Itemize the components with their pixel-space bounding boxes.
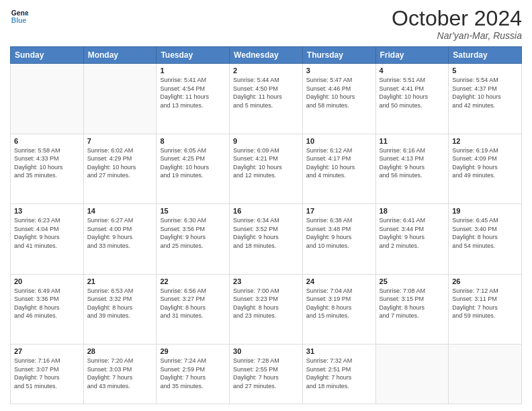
- day-number: 1: [160, 66, 226, 75]
- day-number: 16: [233, 207, 299, 215]
- table-row: 18Sunrise: 6:41 AM Sunset: 3:44 PM Dayli…: [375, 204, 449, 274]
- table-row: [83, 64, 157, 134]
- day-number: 4: [380, 66, 445, 75]
- table-row: 27Sunrise: 7:16 AM Sunset: 3:07 PM Dayli…: [11, 344, 84, 404]
- table-row: 22Sunrise: 6:56 AM Sunset: 3:27 PM Dayli…: [157, 274, 230, 344]
- day-info: Sunrise: 7:00 AM Sunset: 3:23 PM Dayligh…: [233, 287, 299, 320]
- day-info: Sunrise: 5:41 AM Sunset: 4:54 PM Dayligh…: [160, 76, 226, 109]
- logo: General Blue: [10, 7, 29, 26]
- table-row: 21Sunrise: 6:53 AM Sunset: 3:32 PM Dayli…: [83, 274, 157, 344]
- table-row: 9Sunrise: 6:09 AM Sunset: 4:21 PM Daylig…: [230, 134, 303, 203]
- day-number: 3: [306, 66, 372, 75]
- table-row: 12Sunrise: 6:19 AM Sunset: 4:09 PM Dayli…: [449, 134, 522, 203]
- day-number: 6: [14, 137, 80, 145]
- table-row: 15Sunrise: 6:30 AM Sunset: 3:56 PM Dayli…: [157, 204, 230, 274]
- day-number: 25: [380, 277, 445, 285]
- day-number: 12: [452, 137, 518, 145]
- day-number: 9: [233, 137, 299, 145]
- table-row: 8Sunrise: 6:05 AM Sunset: 4:25 PM Daylig…: [157, 134, 230, 203]
- location: Nar'yan-Mar, Russia: [392, 30, 522, 41]
- svg-text:Blue: Blue: [11, 17, 27, 24]
- day-number: 27: [14, 347, 80, 355]
- day-info: Sunrise: 7:12 AM Sunset: 3:11 PM Dayligh…: [452, 287, 518, 320]
- day-number: 23: [233, 277, 299, 285]
- day-info: Sunrise: 6:02 AM Sunset: 4:29 PM Dayligh…: [87, 146, 153, 180]
- calendar-week-row: 27Sunrise: 7:16 AM Sunset: 3:07 PM Dayli…: [11, 344, 522, 404]
- header-sunday: Sunday: [11, 47, 84, 64]
- day-info: Sunrise: 6:41 AM Sunset: 3:44 PM Dayligh…: [380, 216, 445, 250]
- day-info: Sunrise: 6:27 AM Sunset: 4:00 PM Dayligh…: [87, 216, 153, 250]
- page: General Blue October 2024 Nar'yan-Mar, R…: [0, 0, 532, 411]
- table-row: 23Sunrise: 7:00 AM Sunset: 3:23 PM Dayli…: [230, 274, 303, 344]
- day-info: Sunrise: 5:47 AM Sunset: 4:46 PM Dayligh…: [306, 76, 372, 109]
- day-number: 29: [160, 347, 226, 355]
- month-title: October 2024: [392, 7, 522, 30]
- table-row: 24Sunrise: 7:04 AM Sunset: 3:19 PM Dayli…: [302, 274, 375, 344]
- table-row: 29Sunrise: 7:24 AM Sunset: 2:59 PM Dayli…: [157, 344, 230, 404]
- day-number: 31: [306, 347, 372, 355]
- day-info: Sunrise: 6:19 AM Sunset: 4:09 PM Dayligh…: [452, 146, 518, 180]
- title-section: October 2024 Nar'yan-Mar, Russia: [392, 7, 522, 41]
- calendar-header-row: Sunday Monday Tuesday Wednesday Thursday…: [11, 47, 522, 64]
- table-row: 31Sunrise: 7:32 AM Sunset: 2:51 PM Dayli…: [302, 344, 375, 404]
- day-number: 11: [380, 137, 445, 145]
- calendar-week-row: 1Sunrise: 5:41 AM Sunset: 4:54 PM Daylig…: [11, 64, 522, 134]
- day-info: Sunrise: 6:38 AM Sunset: 3:48 PM Dayligh…: [306, 216, 372, 250]
- day-info: Sunrise: 5:44 AM Sunset: 4:50 PM Dayligh…: [233, 76, 299, 109]
- day-info: Sunrise: 6:56 AM Sunset: 3:27 PM Dayligh…: [160, 287, 226, 320]
- table-row: [375, 344, 449, 404]
- day-number: 22: [160, 277, 226, 285]
- day-number: 5: [452, 66, 518, 75]
- table-row: 11Sunrise: 6:16 AM Sunset: 4:13 PM Dayli…: [375, 134, 449, 203]
- table-row: 7Sunrise: 6:02 AM Sunset: 4:29 PM Daylig…: [83, 134, 157, 203]
- day-info: Sunrise: 7:24 AM Sunset: 2:59 PM Dayligh…: [160, 357, 226, 390]
- logo-icon: General Blue: [10, 7, 29, 26]
- day-number: 30: [233, 347, 299, 355]
- day-info: Sunrise: 6:49 AM Sunset: 3:36 PM Dayligh…: [14, 287, 80, 320]
- table-row: 4Sunrise: 5:51 AM Sunset: 4:41 PM Daylig…: [375, 64, 449, 134]
- day-info: Sunrise: 5:51 AM Sunset: 4:41 PM Dayligh…: [380, 76, 445, 109]
- day-number: 28: [87, 347, 153, 355]
- table-row: [449, 344, 522, 404]
- table-row: 3Sunrise: 5:47 AM Sunset: 4:46 PM Daylig…: [302, 64, 375, 134]
- table-row: 20Sunrise: 6:49 AM Sunset: 3:36 PM Dayli…: [11, 274, 84, 344]
- table-row: 25Sunrise: 7:08 AM Sunset: 3:15 PM Dayli…: [375, 274, 449, 344]
- day-number: 14: [87, 207, 153, 215]
- day-info: Sunrise: 6:30 AM Sunset: 3:56 PM Dayligh…: [160, 216, 226, 250]
- day-number: 24: [306, 277, 372, 285]
- day-number: 26: [452, 277, 518, 285]
- table-row: 16Sunrise: 6:34 AM Sunset: 3:52 PM Dayli…: [230, 204, 303, 274]
- day-info: Sunrise: 6:23 AM Sunset: 4:04 PM Dayligh…: [14, 216, 80, 250]
- table-row: 17Sunrise: 6:38 AM Sunset: 3:48 PM Dayli…: [302, 204, 375, 274]
- day-info: Sunrise: 7:04 AM Sunset: 3:19 PM Dayligh…: [306, 287, 372, 320]
- table-row: [11, 64, 84, 134]
- table-row: 13Sunrise: 6:23 AM Sunset: 4:04 PM Dayli…: [11, 204, 84, 274]
- day-info: Sunrise: 7:16 AM Sunset: 3:07 PM Dayligh…: [14, 357, 80, 390]
- day-info: Sunrise: 6:53 AM Sunset: 3:32 PM Dayligh…: [87, 287, 153, 320]
- day-info: Sunrise: 5:54 AM Sunset: 4:37 PM Dayligh…: [452, 76, 518, 109]
- day-info: Sunrise: 6:09 AM Sunset: 4:21 PM Dayligh…: [233, 146, 299, 180]
- day-number: 15: [160, 207, 226, 215]
- table-row: 10Sunrise: 6:12 AM Sunset: 4:17 PM Dayli…: [302, 134, 375, 203]
- day-info: Sunrise: 6:05 AM Sunset: 4:25 PM Dayligh…: [160, 146, 226, 180]
- table-row: 1Sunrise: 5:41 AM Sunset: 4:54 PM Daylig…: [157, 64, 230, 134]
- day-number: 2: [233, 66, 299, 75]
- header-thursday: Thursday: [302, 47, 375, 64]
- calendar-table: Sunday Monday Tuesday Wednesday Thursday…: [10, 46, 522, 404]
- day-info: Sunrise: 6:45 AM Sunset: 3:40 PM Dayligh…: [452, 216, 518, 250]
- table-row: 6Sunrise: 5:58 AM Sunset: 4:33 PM Daylig…: [11, 134, 84, 203]
- day-info: Sunrise: 7:28 AM Sunset: 2:55 PM Dayligh…: [233, 357, 299, 390]
- day-number: 8: [160, 137, 226, 145]
- header: General Blue October 2024 Nar'yan-Mar, R…: [10, 7, 522, 41]
- table-row: 28Sunrise: 7:20 AM Sunset: 3:03 PM Dayli…: [83, 344, 157, 404]
- calendar-week-row: 13Sunrise: 6:23 AM Sunset: 4:04 PM Dayli…: [11, 204, 522, 274]
- header-monday: Monday: [83, 47, 157, 64]
- table-row: 5Sunrise: 5:54 AM Sunset: 4:37 PM Daylig…: [449, 64, 522, 134]
- day-info: Sunrise: 6:12 AM Sunset: 4:17 PM Dayligh…: [306, 146, 372, 180]
- table-row: 14Sunrise: 6:27 AM Sunset: 4:00 PM Dayli…: [83, 204, 157, 274]
- table-row: 30Sunrise: 7:28 AM Sunset: 2:55 PM Dayli…: [230, 344, 303, 404]
- day-number: 13: [14, 207, 80, 215]
- day-number: 20: [14, 277, 80, 285]
- day-number: 7: [87, 137, 153, 145]
- day-info: Sunrise: 6:16 AM Sunset: 4:13 PM Dayligh…: [380, 146, 445, 180]
